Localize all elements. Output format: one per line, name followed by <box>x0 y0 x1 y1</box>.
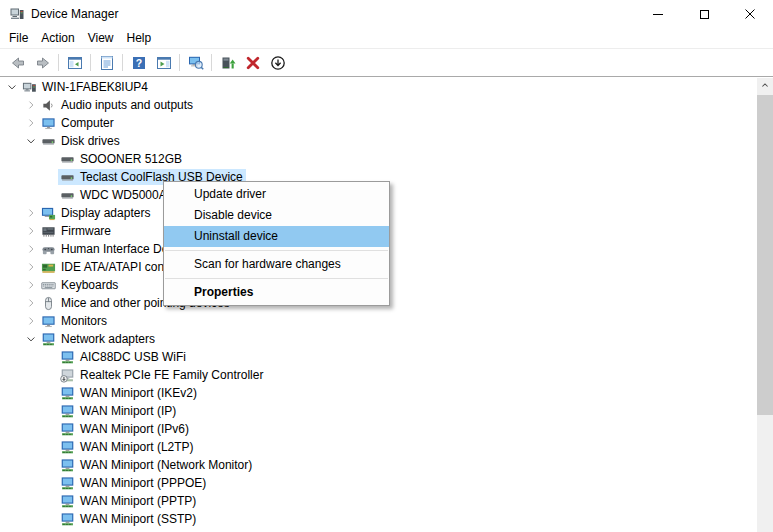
tree-item-wan-miniport-pppoe: WAN Miniport (PPPOE) <box>0 474 757 492</box>
chevron-spacer <box>41 169 58 185</box>
disable-device-button[interactable] <box>265 51 290 74</box>
update-driver-button[interactable] <box>215 51 240 74</box>
chevron-collapsed-icon[interactable] <box>22 97 39 113</box>
menu-action[interactable]: Action <box>41 29 87 48</box>
menu-view[interactable]: View <box>88 29 127 48</box>
toolbar-separator <box>179 54 180 71</box>
tree-item-label: Realtek PCIe FE Family Controller <box>80 368 263 382</box>
tree-node-monitors[interactable]: Monitors <box>39 313 110 329</box>
chevron-collapsed-icon[interactable] <box>22 259 39 275</box>
show-console-tree-button[interactable] <box>62 51 87 74</box>
chevron-spacer <box>41 457 58 473</box>
tree-node-realtek-pcie-fe-family-controller[interactable]: Realtek PCIe FE Family Controller <box>58 367 266 383</box>
uninstall-device-button[interactable] <box>240 51 265 74</box>
tree-node-wan-miniport-pptp[interactable]: WAN Miniport (PPTP) <box>58 493 199 509</box>
down-arrow-circle-icon <box>270 55 286 71</box>
network-icon <box>60 458 75 473</box>
network-icon <box>60 350 75 365</box>
tree-node-wan-miniport-network-monitor[interactable]: WAN Miniport (Network Monitor) <box>58 457 255 473</box>
chevron-collapsed-icon[interactable] <box>22 295 39 311</box>
tree-node-win-1fabek8iup4[interactable]: WIN-1FABEK8IUP4 <box>20 79 151 95</box>
chevron-spacer <box>41 349 58 365</box>
chevron-spacer <box>41 151 58 167</box>
tree-node-display-adapters[interactable]: Display adapters <box>39 205 153 221</box>
titlebar: Device Manager <box>0 0 773 28</box>
tree-node-wan-miniport-ipv6[interactable]: WAN Miniport (IPv6) <box>58 421 192 437</box>
caption-buttons <box>635 0 773 28</box>
disk-icon <box>60 152 75 167</box>
scrollbar-thumb[interactable] <box>757 95 773 415</box>
chevron-collapsed-icon[interactable] <box>22 313 39 329</box>
tree-node-aic88dc-usb-wifi[interactable]: AIC88DC USB WiFi <box>58 349 189 365</box>
monitor-icon <box>41 314 56 329</box>
properties-doc-icon <box>99 55 115 71</box>
tree-node-wan-miniport-sstp[interactable]: WAN Miniport (SSTP) <box>58 511 199 527</box>
tree-node-computer[interactable]: Computer <box>39 115 117 131</box>
tree-item-label: WAN Miniport (SSTP) <box>80 512 196 526</box>
tree-item-label: WDC WD5000A <box>80 188 167 202</box>
scrollbar-up-button[interactable] <box>757 78 773 95</box>
context-menu-separator <box>165 250 388 251</box>
chevron-collapsed-icon[interactable] <box>22 205 39 221</box>
toolbar-separator <box>122 54 123 71</box>
firmware-icon <box>41 224 56 239</box>
properties-panel-button[interactable] <box>94 51 119 74</box>
computer-system-icon <box>22 80 37 95</box>
disk-icon <box>41 134 56 149</box>
red-x-icon <box>245 55 261 71</box>
context-menu-item-disable-device[interactable]: Disable device <box>164 205 389 226</box>
context-menu-item-uninstall-device[interactable]: Uninstall device <box>164 226 389 247</box>
tree-node-soooner-512gb[interactable]: SOOONER 512GB <box>58 151 185 167</box>
chevron-expanded-icon[interactable] <box>22 133 39 149</box>
hid-icon <box>41 242 56 257</box>
context-menu-item-update-driver[interactable]: Update driver <box>164 184 389 205</box>
scan-computer-icon <box>188 55 204 71</box>
tree-node-audio-inputs-and-outputs[interactable]: Audio inputs and outputs <box>39 97 196 113</box>
tree-item-wan-miniport-l2tp: WAN Miniport (L2TP) <box>0 438 757 456</box>
tree-node-disk-drives[interactable]: Disk drives <box>39 133 123 149</box>
context-menu: Update driverDisable deviceUninstall dev… <box>163 181 390 306</box>
chevron-collapsed-icon[interactable] <box>22 241 39 257</box>
tree-node-wan-miniport-ikev2[interactable]: WAN Miniport (IKEv2) <box>58 385 200 401</box>
tree-node-keyboards[interactable]: Keyboards <box>39 277 121 293</box>
scan-for-hardware-changes-button[interactable] <box>183 51 208 74</box>
tree-node-wdc-wd5000a[interactable]: WDC WD5000A <box>58 187 170 203</box>
tree-item-label: WAN Miniport (L2TP) <box>80 440 194 454</box>
tree-item-soooner-512gb: SOOONER 512GB <box>0 150 757 168</box>
chevron-collapsed-icon[interactable] <box>22 277 39 293</box>
chevron-collapsed-icon[interactable] <box>22 223 39 239</box>
mouse-icon <box>41 296 56 311</box>
tree-node-wan-miniport-pppoe[interactable]: WAN Miniport (PPPOE) <box>58 475 209 491</box>
menu-help[interactable]: Help <box>127 29 165 48</box>
tree-item-label: WAN Miniport (IP) <box>80 404 176 418</box>
action-pane-button[interactable] <box>151 51 176 74</box>
minimize-button[interactable] <box>635 0 681 28</box>
context-menu-item-scan-for-hardware-changes[interactable]: Scan for hardware changes <box>164 254 389 275</box>
forward-button[interactable] <box>30 51 55 74</box>
tree-node-wan-miniport-ip[interactable]: WAN Miniport (IP) <box>58 403 179 419</box>
tree-item-label: WAN Miniport (IPv6) <box>80 422 189 436</box>
tree-node-network-adapters[interactable]: Network adapters <box>39 331 158 347</box>
network-icon <box>60 422 75 437</box>
context-menu-item-properties[interactable]: Properties <box>164 282 389 303</box>
chevron-collapsed-icon[interactable] <box>22 115 39 131</box>
tree-item-win-1fabek8iup4: WIN-1FABEK8IUP4 <box>0 78 757 96</box>
network-icon <box>60 440 75 455</box>
tree-item-wan-miniport-ip: WAN Miniport (IP) <box>0 402 757 420</box>
tree-item-label: WIN-1FABEK8IUP4 <box>42 80 148 94</box>
help-button[interactable]: ? <box>126 51 151 74</box>
close-button[interactable] <box>727 0 773 28</box>
tree-node-wan-miniport-l2tp[interactable]: WAN Miniport (L2TP) <box>58 439 197 455</box>
tree-node-firmware[interactable]: Firmware <box>39 223 114 239</box>
menu-file[interactable]: File <box>9 29 41 48</box>
vertical-scrollbar[interactable] <box>757 78 773 532</box>
driver-update-icon <box>220 55 236 71</box>
action-pane-icon <box>156 55 172 71</box>
ide-icon <box>41 260 56 275</box>
console-tree-icon <box>67 55 83 71</box>
chevron-expanded-icon[interactable] <box>22 331 39 347</box>
chevron-expanded-icon[interactable] <box>3 79 20 95</box>
maximize-button[interactable] <box>681 0 727 28</box>
back-button[interactable] <box>5 51 30 74</box>
chevron-spacer <box>41 511 58 527</box>
